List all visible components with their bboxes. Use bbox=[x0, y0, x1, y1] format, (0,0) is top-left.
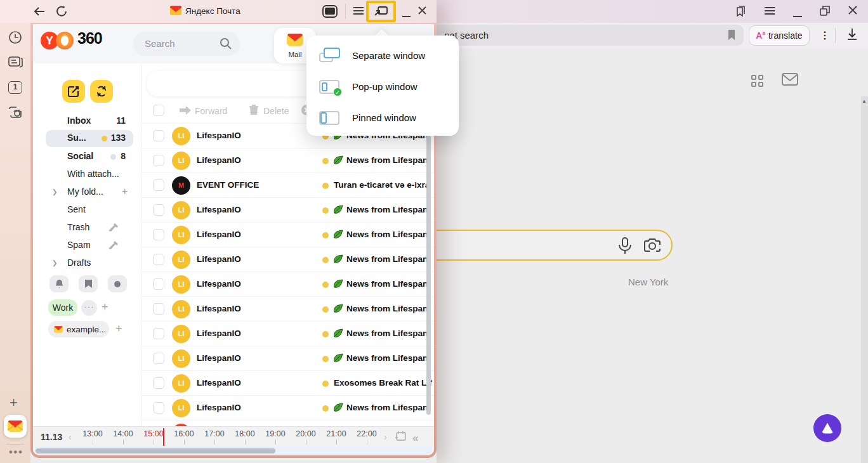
clear-folder-icon[interactable] bbox=[108, 223, 119, 234]
email-row[interactable]: LILifespanIONews from Lifespan. bbox=[141, 296, 434, 321]
yandex-search-bar[interactable] bbox=[416, 230, 673, 261]
collapse-timeline-icon[interactable]: « bbox=[412, 432, 418, 445]
mail-minimize-icon[interactable] bbox=[402, 9, 411, 20]
email-row[interactable]: LILifespanIONews from Lifespan. bbox=[141, 222, 434, 247]
expand-chevron-icon[interactable]: ❯ bbox=[52, 259, 57, 266]
y360-logo-icon[interactable] bbox=[56, 32, 74, 49]
hscroll-thumb[interactable] bbox=[36, 448, 275, 453]
mail-search-input[interactable]: Search bbox=[133, 32, 240, 56]
account-shortcut[interactable]: example... bbox=[48, 321, 109, 337]
timeline-prev-icon[interactable]: ‹ bbox=[69, 432, 72, 442]
email-checkbox[interactable] bbox=[153, 278, 164, 290]
email-checkbox[interactable] bbox=[153, 155, 164, 166]
folder-item-su[interactable]: Su...133 bbox=[33, 130, 141, 147]
email-checkbox[interactable] bbox=[153, 303, 164, 315]
tag-work[interactable]: Work bbox=[48, 299, 77, 316]
maximize-icon[interactable] bbox=[820, 6, 830, 18]
email-row[interactable]: LILifespanIONews from Lifespan. bbox=[141, 321, 434, 346]
folder-label: Su... bbox=[67, 133, 86, 143]
email-row[interactable]: MEVENT OFFICETuran e-ticarət və e-ixra bbox=[141, 173, 434, 197]
more-options-icon[interactable]: ⋮ bbox=[820, 29, 830, 41]
list-scrollbar[interactable] bbox=[426, 134, 431, 415]
bookmarks-icon[interactable] bbox=[733, 5, 746, 20]
add-account-icon[interactable]: + bbox=[115, 322, 122, 336]
sender-avatar: LI bbox=[172, 251, 190, 269]
mail-close-icon[interactable] bbox=[418, 6, 427, 18]
alice-assistant-button[interactable] bbox=[813, 414, 841, 442]
timeline-next-icon[interactable]: › bbox=[384, 432, 387, 442]
horizontal-scrollbar[interactable] bbox=[33, 447, 434, 455]
email-row[interactable]: LILifespanIOExosomes Break Rat Lif bbox=[141, 370, 434, 395]
email-row[interactable]: LILifespanIONews from Lifespan. bbox=[141, 247, 434, 271]
add-tag-icon[interactable]: + bbox=[102, 301, 109, 314]
close-icon[interactable] bbox=[848, 5, 858, 18]
bookmarked-pill[interactable] bbox=[79, 275, 98, 292]
minimize-icon[interactable] bbox=[793, 9, 802, 20]
timeline-hour-label: 22:00 bbox=[352, 429, 382, 438]
scroll-up-icon[interactable]: ▲ bbox=[862, 98, 867, 104]
add-event-icon[interactable] bbox=[395, 431, 406, 445]
email-checkbox[interactable] bbox=[153, 402, 164, 414]
email-row[interactable]: LILifespanIONews from Lifespan. bbox=[141, 346, 434, 370]
weather-city-label[interactable]: New York bbox=[628, 277, 668, 287]
menu-item-pinned-window[interactable]: Pinned window bbox=[306, 104, 459, 133]
timeline-tick bbox=[123, 440, 124, 445]
folder-item-myfold[interactable]: ❯My fold...+ bbox=[33, 184, 141, 201]
email-checkbox[interactable] bbox=[153, 179, 164, 191]
compose-button[interactable] bbox=[62, 80, 85, 103]
email-checkbox[interactable] bbox=[153, 328, 164, 339]
apps-grid-icon[interactable] bbox=[751, 75, 763, 87]
bell-icon bbox=[55, 279, 64, 289]
folder-item-withattach[interactable]: With attach... bbox=[33, 166, 141, 183]
mail-menu-icon[interactable] bbox=[353, 6, 364, 18]
email-row[interactable]: LILifespanIONews from Lifespan. bbox=[141, 148, 434, 173]
titlebar-mail-icon[interactable] bbox=[322, 5, 338, 20]
email-checkbox[interactable] bbox=[153, 377, 164, 389]
email-checkbox[interactable] bbox=[153, 204, 164, 216]
unread-filter-pill[interactable] bbox=[108, 275, 127, 292]
folder-item-sent[interactable]: Sent bbox=[33, 202, 141, 219]
email-row[interactable]: LILifespanIONews from Lifespan. bbox=[141, 271, 434, 296]
email-checkbox[interactable] bbox=[153, 254, 164, 265]
page-scrollbar[interactable]: ▲ ▼ bbox=[861, 96, 868, 463]
image-search-icon[interactable] bbox=[643, 237, 661, 256]
history-icon[interactable] bbox=[8, 30, 22, 47]
email-row[interactable]: LILifespanIONews from Lifespan. bbox=[141, 197, 434, 222]
download-icon[interactable] bbox=[846, 28, 858, 43]
new-tab-icon[interactable]: + bbox=[10, 395, 18, 411]
tab-counter-icon[interactable]: 1 bbox=[8, 81, 22, 94]
mail-tab-icon bbox=[286, 32, 304, 48]
email-checkbox[interactable] bbox=[153, 353, 164, 364]
folder-item-inbox[interactable]: Inbox11 bbox=[33, 113, 141, 130]
delete-button[interactable]: Delete bbox=[263, 106, 289, 116]
reminders-pill[interactable] bbox=[49, 275, 69, 292]
folder-item-social[interactable]: Social8 bbox=[33, 148, 141, 166]
back-icon[interactable] bbox=[33, 6, 46, 20]
page-mail-icon[interactable] bbox=[782, 72, 798, 89]
screenshot-icon[interactable] bbox=[8, 105, 23, 122]
menu-icon[interactable] bbox=[764, 6, 775, 18]
expand-chevron-icon[interactable]: ❯ bbox=[52, 188, 57, 195]
add-folder-icon[interactable]: + bbox=[122, 186, 128, 197]
refresh-icon[interactable] bbox=[56, 5, 68, 20]
clear-folder-icon[interactable] bbox=[108, 240, 119, 252]
folder-item-trash[interactable]: Trash bbox=[33, 219, 141, 237]
folder-item-spam[interactable]: Spam bbox=[33, 237, 141, 254]
menu-item-separate-window[interactable]: Separate window bbox=[306, 42, 459, 71]
forward-button[interactable]: Forward bbox=[195, 106, 227, 116]
bookmark-flag-icon[interactable] bbox=[727, 29, 736, 43]
email-row[interactable]: LILifespanIONews from Lifespan. bbox=[141, 395, 434, 420]
menu-item-popup-window[interactable]: ✓ Pop-up window bbox=[306, 73, 459, 102]
voice-search-icon[interactable] bbox=[618, 237, 632, 258]
email-checkbox[interactable] bbox=[153, 130, 164, 141]
check-mail-button[interactable] bbox=[90, 80, 113, 103]
feed-icon[interactable] bbox=[8, 56, 23, 71]
mail-app-icon[interactable] bbox=[4, 415, 27, 438]
translate-button[interactable]: Aã translate bbox=[749, 25, 810, 46]
email-checkbox[interactable] bbox=[153, 229, 164, 240]
tag-more-button[interactable]: ··· bbox=[81, 300, 97, 316]
side-more-icon[interactable]: ••• bbox=[9, 447, 23, 458]
select-all-checkbox[interactable] bbox=[153, 105, 164, 116]
folder-item-drafts[interactable]: ❯Drafts bbox=[33, 255, 141, 272]
email-subject: News from Lifespan. bbox=[346, 403, 430, 412]
